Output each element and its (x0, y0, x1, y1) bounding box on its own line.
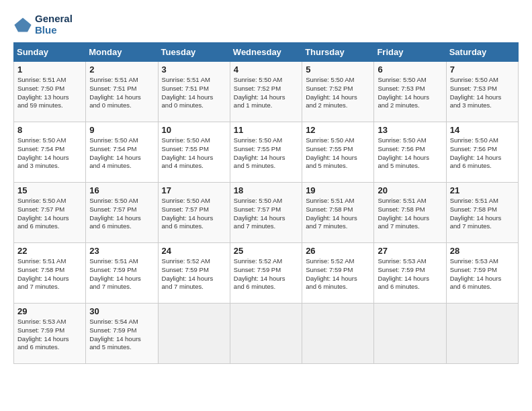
calendar-cell: 5Sunrise: 5:50 AM Sunset: 7:52 PM Daylig… (302, 62, 374, 122)
calendar-cell: 30Sunrise: 5:54 AM Sunset: 7:59 PM Dayli… (86, 304, 158, 364)
cell-info: Sunrise: 5:50 AM Sunset: 7:52 PM Dayligh… (306, 76, 370, 110)
day-number: 6 (378, 64, 442, 75)
calendar-cell: 15Sunrise: 5:50 AM Sunset: 7:57 PM Dayli… (14, 183, 86, 243)
cell-info: Sunrise: 5:53 AM Sunset: 7:59 PM Dayligh… (450, 257, 515, 291)
day-number: 25 (234, 246, 298, 256)
day-number: 15 (17, 185, 82, 195)
calendar-cell: 3Sunrise: 5:51 AM Sunset: 7:51 PM Daylig… (158, 62, 230, 122)
calendar-cell: 24Sunrise: 5:52 AM Sunset: 7:59 PM Dayli… (158, 243, 230, 304)
cell-info: Sunrise: 5:51 AM Sunset: 7:51 PM Dayligh… (162, 76, 226, 110)
day-number: 11 (234, 125, 298, 135)
day-number: 16 (89, 185, 154, 195)
calendar-week-row: 8Sunrise: 5:50 AM Sunset: 7:54 PM Daylig… (14, 122, 519, 183)
day-number: 10 (162, 125, 226, 135)
cell-info: Sunrise: 5:50 AM Sunset: 7:53 PM Dayligh… (378, 76, 442, 110)
calendar-cell: 27Sunrise: 5:53 AM Sunset: 7:59 PM Dayli… (374, 243, 446, 304)
day-number: 2 (89, 64, 154, 75)
cell-info: Sunrise: 5:51 AM Sunset: 7:51 PM Dayligh… (89, 76, 154, 110)
cell-info: Sunrise: 5:50 AM Sunset: 7:55 PM Dayligh… (162, 136, 226, 171)
calendar-cell: 25Sunrise: 5:52 AM Sunset: 7:59 PM Dayli… (230, 243, 302, 304)
header: General Blue (13, 13, 519, 36)
calendar-table: SundayMondayTuesdayWednesdayThursdayFrid… (13, 42, 519, 364)
day-number: 18 (234, 185, 298, 195)
cell-info: Sunrise: 5:50 AM Sunset: 7:52 PM Dayligh… (234, 76, 298, 110)
calendar-cell: 10Sunrise: 5:50 AM Sunset: 7:55 PM Dayli… (158, 122, 230, 183)
calendar-cell (374, 304, 446, 364)
header-day-saturday: Saturday (446, 43, 518, 62)
day-number: 29 (17, 306, 82, 316)
cell-info: Sunrise: 5:50 AM Sunset: 7:55 PM Dayligh… (306, 136, 370, 171)
day-number: 24 (162, 246, 226, 256)
day-number: 26 (306, 246, 370, 256)
header-day-wednesday: Wednesday (230, 43, 302, 62)
cell-info: Sunrise: 5:50 AM Sunset: 7:57 PM Dayligh… (162, 197, 226, 231)
calendar-cell: 7Sunrise: 5:50 AM Sunset: 7:53 PM Daylig… (446, 62, 518, 122)
day-number: 5 (306, 64, 370, 75)
cell-info: Sunrise: 5:50 AM Sunset: 7:54 PM Dayligh… (17, 136, 82, 171)
calendar-cell (302, 304, 374, 364)
calendar-cell: 18Sunrise: 5:50 AM Sunset: 7:57 PM Dayli… (230, 183, 302, 243)
day-number: 20 (378, 185, 442, 195)
cell-info: Sunrise: 5:53 AM Sunset: 7:59 PM Dayligh… (17, 318, 82, 352)
cell-info: Sunrise: 5:50 AM Sunset: 7:56 PM Dayligh… (378, 136, 442, 171)
calendar-cell: 23Sunrise: 5:51 AM Sunset: 7:59 PM Dayli… (86, 243, 158, 304)
day-number: 30 (89, 306, 154, 316)
calendar-cell (230, 304, 302, 364)
calendar-cell: 6Sunrise: 5:50 AM Sunset: 7:53 PM Daylig… (374, 62, 446, 122)
calendar-cell: 1Sunrise: 5:51 AM Sunset: 7:50 PM Daylig… (14, 62, 86, 122)
cell-info: Sunrise: 5:50 AM Sunset: 7:57 PM Dayligh… (89, 197, 154, 231)
day-number: 9 (89, 125, 154, 135)
calendar-header-row: SundayMondayTuesdayWednesdayThursdayFrid… (14, 43, 519, 62)
calendar-week-row: 1Sunrise: 5:51 AM Sunset: 7:50 PM Daylig… (14, 62, 519, 122)
header-day-thursday: Thursday (302, 43, 374, 62)
day-number: 27 (378, 246, 442, 256)
header-day-sunday: Sunday (14, 43, 86, 62)
calendar-cell: 21Sunrise: 5:51 AM Sunset: 7:58 PM Dayli… (446, 183, 518, 243)
calendar-cell: 20Sunrise: 5:51 AM Sunset: 7:58 PM Dayli… (374, 183, 446, 243)
calendar-cell: 12Sunrise: 5:50 AM Sunset: 7:55 PM Dayli… (302, 122, 374, 183)
day-number: 1 (17, 64, 82, 75)
cell-info: Sunrise: 5:51 AM Sunset: 7:50 PM Dayligh… (17, 76, 82, 110)
cell-info: Sunrise: 5:50 AM Sunset: 7:56 PM Dayligh… (450, 136, 515, 171)
day-number: 22 (17, 246, 82, 256)
cell-info: Sunrise: 5:50 AM Sunset: 7:54 PM Dayligh… (89, 136, 154, 171)
cell-info: Sunrise: 5:51 AM Sunset: 7:59 PM Dayligh… (89, 257, 154, 291)
cell-info: Sunrise: 5:50 AM Sunset: 7:57 PM Dayligh… (234, 197, 298, 231)
calendar-week-row: 22Sunrise: 5:51 AM Sunset: 7:58 PM Dayli… (14, 243, 519, 304)
day-number: 21 (450, 185, 515, 195)
day-number: 14 (450, 125, 515, 135)
day-number: 4 (234, 64, 298, 75)
calendar-cell: 16Sunrise: 5:50 AM Sunset: 7:57 PM Dayli… (86, 183, 158, 243)
calendar-cell: 22Sunrise: 5:51 AM Sunset: 7:58 PM Dayli… (14, 243, 86, 304)
calendar-cell: 28Sunrise: 5:53 AM Sunset: 7:59 PM Dayli… (446, 243, 518, 304)
calendar-cell: 8Sunrise: 5:50 AM Sunset: 7:54 PM Daylig… (14, 122, 86, 183)
cell-info: Sunrise: 5:51 AM Sunset: 7:58 PM Dayligh… (17, 257, 82, 291)
day-number: 8 (17, 125, 82, 135)
day-number: 17 (162, 185, 226, 195)
calendar-cell: 9Sunrise: 5:50 AM Sunset: 7:54 PM Daylig… (86, 122, 158, 183)
svg-marker-0 (14, 17, 31, 32)
calendar-cell (158, 304, 230, 364)
day-number: 23 (89, 246, 154, 256)
day-number: 7 (450, 64, 515, 75)
day-number: 3 (162, 64, 226, 75)
header-day-tuesday: Tuesday (158, 43, 230, 62)
calendar-cell: 14Sunrise: 5:50 AM Sunset: 7:56 PM Dayli… (446, 122, 518, 183)
day-number: 19 (306, 185, 370, 195)
calendar-cell: 4Sunrise: 5:50 AM Sunset: 7:52 PM Daylig… (230, 62, 302, 122)
cell-info: Sunrise: 5:52 AM Sunset: 7:59 PM Dayligh… (306, 257, 370, 291)
cell-info: Sunrise: 5:53 AM Sunset: 7:59 PM Dayligh… (378, 257, 442, 291)
cell-info: Sunrise: 5:50 AM Sunset: 7:57 PM Dayligh… (17, 197, 82, 231)
day-number: 12 (306, 125, 370, 135)
logo: General Blue (13, 13, 73, 36)
cell-info: Sunrise: 5:51 AM Sunset: 7:58 PM Dayligh… (306, 197, 370, 231)
header-day-friday: Friday (374, 43, 446, 62)
calendar-cell (446, 304, 518, 364)
cell-info: Sunrise: 5:52 AM Sunset: 7:59 PM Dayligh… (234, 257, 298, 291)
calendar-week-row: 15Sunrise: 5:50 AM Sunset: 7:57 PM Dayli… (14, 183, 519, 243)
cell-info: Sunrise: 5:51 AM Sunset: 7:58 PM Dayligh… (450, 197, 515, 231)
cell-info: Sunrise: 5:50 AM Sunset: 7:55 PM Dayligh… (234, 136, 298, 171)
day-number: 28 (450, 246, 515, 256)
calendar-cell: 11Sunrise: 5:50 AM Sunset: 7:55 PM Dayli… (230, 122, 302, 183)
header-day-monday: Monday (86, 43, 158, 62)
